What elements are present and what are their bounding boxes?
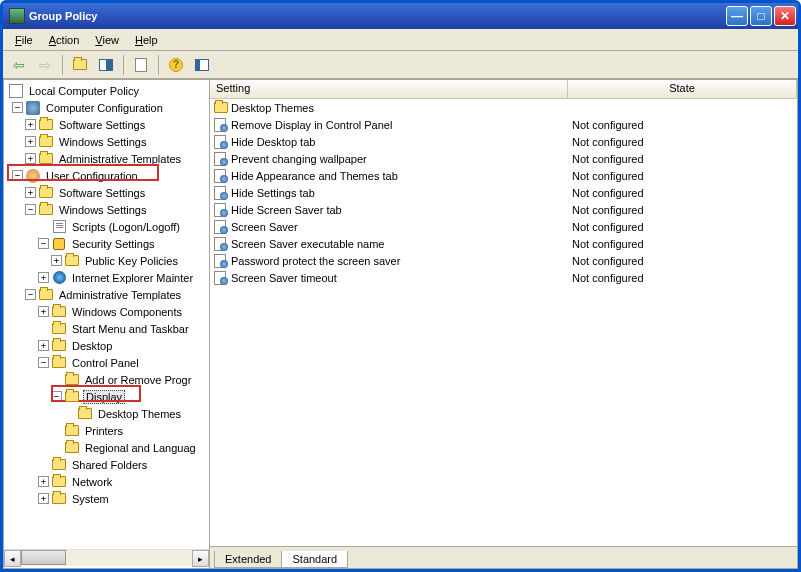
list-row[interactable]: Password protect the screen saverNot con… bbox=[210, 252, 797, 269]
collapse-icon[interactable]: − bbox=[25, 204, 36, 215]
expand-icon[interactable]: + bbox=[25, 136, 36, 147]
collapse-icon[interactable]: − bbox=[12, 102, 23, 113]
list-row[interactable]: Hide Desktop tabNot configured bbox=[210, 133, 797, 150]
tree-security-settings[interactable]: −Security Settings bbox=[4, 235, 209, 252]
user-config-icon bbox=[26, 169, 40, 183]
tree-start-menu[interactable]: Start Menu and Taskbar bbox=[4, 320, 209, 337]
tree-cc-software-settings[interactable]: +Software Settings bbox=[4, 116, 209, 133]
list-row[interactable]: Prevent changing wallpaperNot configured bbox=[210, 150, 797, 167]
folder-open-icon bbox=[39, 204, 53, 215]
tree-network[interactable]: +Network bbox=[4, 473, 209, 490]
scroll-left-button[interactable]: ◂ bbox=[4, 550, 21, 567]
show-hide-action-pane-button[interactable] bbox=[190, 54, 214, 76]
folder-icon bbox=[52, 340, 66, 351]
cell-setting: Hide Screen Saver tab bbox=[210, 203, 568, 217]
tree-scripts[interactable]: Scripts (Logon/Logoff) bbox=[4, 218, 209, 235]
menu-help[interactable]: Help bbox=[127, 32, 166, 48]
expand-icon[interactable]: + bbox=[25, 187, 36, 198]
collapse-icon[interactable]: − bbox=[51, 391, 62, 402]
computer-config-icon bbox=[26, 101, 40, 115]
expand-icon[interactable]: + bbox=[38, 493, 49, 504]
tree-printers[interactable]: Printers bbox=[4, 422, 209, 439]
tree-ie-maintenance[interactable]: +Internet Explorer Mainter bbox=[4, 269, 209, 286]
collapse-icon[interactable]: − bbox=[38, 357, 49, 368]
folder-icon bbox=[39, 136, 53, 147]
list-row[interactable]: Screen Saver timeoutNot configured bbox=[210, 269, 797, 286]
show-hide-tree-button[interactable] bbox=[94, 54, 118, 76]
setting-name: Screen Saver bbox=[231, 221, 298, 233]
setting-name: Screen Saver executable name bbox=[231, 238, 384, 250]
script-icon bbox=[53, 220, 66, 233]
tree-uc-admin-templates[interactable]: −Administrative Templates bbox=[4, 286, 209, 303]
tree-windows-components[interactable]: +Windows Components bbox=[4, 303, 209, 320]
list-row[interactable]: Hide Screen Saver tabNot configured bbox=[210, 201, 797, 218]
export-list-button[interactable] bbox=[129, 54, 153, 76]
expand-icon[interactable]: + bbox=[38, 306, 49, 317]
scroll-right-button[interactable]: ▸ bbox=[192, 550, 209, 567]
tree-horizontal-scrollbar[interactable]: ◂ ▸ bbox=[4, 549, 209, 566]
tree-uc-software-settings[interactable]: +Software Settings bbox=[4, 184, 209, 201]
cell-setting: Hide Appearance and Themes tab bbox=[210, 169, 568, 183]
tree-computer-configuration[interactable]: −Computer Configuration bbox=[4, 99, 209, 116]
titlebar[interactable]: Group Policy — □ ✕ bbox=[3, 3, 798, 29]
cell-state: Not configured bbox=[568, 187, 797, 199]
forward-arrow-icon: ⇨ bbox=[39, 57, 51, 73]
policy-setting-icon bbox=[214, 271, 228, 285]
tree-shared-folders[interactable]: Shared Folders bbox=[4, 456, 209, 473]
tree-desktop[interactable]: +Desktop bbox=[4, 337, 209, 354]
back-button[interactable]: ⇦ bbox=[7, 54, 31, 76]
help-button[interactable]: ? bbox=[164, 54, 188, 76]
expand-icon[interactable]: + bbox=[38, 340, 49, 351]
expand-icon[interactable]: + bbox=[38, 272, 49, 283]
tree-system[interactable]: +System bbox=[4, 490, 209, 507]
expand-icon[interactable]: + bbox=[51, 255, 62, 266]
tree-root[interactable]: Local Computer Policy bbox=[4, 82, 209, 99]
tree-public-key-policies[interactable]: +Public Key Policies bbox=[4, 252, 209, 269]
cell-setting: Hide Settings tab bbox=[210, 186, 568, 200]
tree-pane[interactable]: Local Computer Policy −Computer Configur… bbox=[4, 80, 210, 568]
maximize-button[interactable]: □ bbox=[750, 6, 772, 26]
tree-control-panel[interactable]: −Control Panel bbox=[4, 354, 209, 371]
header-setting[interactable]: Setting bbox=[210, 80, 568, 98]
list-body[interactable]: Desktop ThemesRemove Display in Control … bbox=[210, 99, 797, 546]
tree-uc-windows-settings[interactable]: −Windows Settings bbox=[4, 201, 209, 218]
tree-desktop-themes[interactable]: Desktop Themes bbox=[4, 405, 209, 422]
tree-display[interactable]: −Display bbox=[4, 388, 209, 405]
expand-icon[interactable]: + bbox=[25, 119, 36, 130]
list-row[interactable]: Remove Display in Control PanelNot confi… bbox=[210, 116, 797, 133]
expand-icon[interactable]: + bbox=[25, 153, 36, 164]
cell-state: Not configured bbox=[568, 119, 797, 131]
setting-name: Remove Display in Control Panel bbox=[231, 119, 392, 131]
folder-icon bbox=[65, 425, 79, 436]
scroll-track[interactable] bbox=[21, 550, 192, 566]
minimize-button[interactable]: — bbox=[726, 6, 748, 26]
collapse-icon[interactable]: − bbox=[25, 289, 36, 300]
collapse-icon[interactable]: − bbox=[38, 238, 49, 249]
menu-file[interactable]: File bbox=[7, 32, 41, 48]
close-button[interactable]: ✕ bbox=[774, 6, 796, 26]
scroll-thumb[interactable] bbox=[21, 550, 66, 565]
menu-view[interactable]: View bbox=[87, 32, 127, 48]
up-folder-button[interactable] bbox=[68, 54, 92, 76]
cell-setting: Desktop Themes bbox=[210, 102, 568, 114]
cell-state: Not configured bbox=[568, 238, 797, 250]
tree-add-remove-programs[interactable]: Add or Remove Progr bbox=[4, 371, 209, 388]
tree-user-configuration[interactable]: −User Configuration bbox=[4, 167, 209, 184]
tree-cc-admin-templates[interactable]: +Administrative Templates bbox=[4, 150, 209, 167]
list-row[interactable]: Screen Saver executable nameNot configur… bbox=[210, 235, 797, 252]
tree-cc-windows-settings[interactable]: +Windows Settings bbox=[4, 133, 209, 150]
list-header: Setting State bbox=[210, 80, 797, 99]
menu-action[interactable]: Action bbox=[41, 32, 88, 48]
tab-extended[interactable]: Extended bbox=[214, 551, 282, 568]
list-row[interactable]: Desktop Themes bbox=[210, 99, 797, 116]
list-row[interactable]: Screen SaverNot configured bbox=[210, 218, 797, 235]
setting-name: Prevent changing wallpaper bbox=[231, 153, 367, 165]
collapse-icon[interactable]: − bbox=[12, 170, 23, 181]
tab-standard[interactable]: Standard bbox=[281, 551, 348, 568]
setting-name: Hide Desktop tab bbox=[231, 136, 315, 148]
list-row[interactable]: Hide Settings tabNot configured bbox=[210, 184, 797, 201]
expand-icon[interactable]: + bbox=[38, 476, 49, 487]
tree-regional[interactable]: Regional and Languag bbox=[4, 439, 209, 456]
header-state[interactable]: State bbox=[568, 80, 797, 98]
list-row[interactable]: Hide Appearance and Themes tabNot config… bbox=[210, 167, 797, 184]
